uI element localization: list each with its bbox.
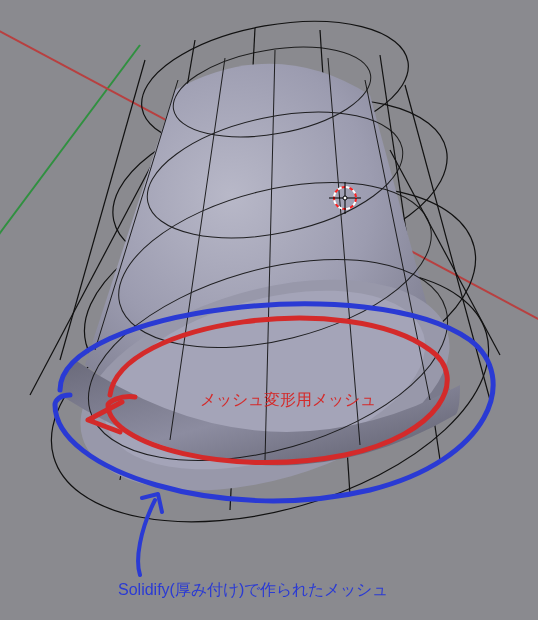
- svg-point-27: [343, 196, 347, 200]
- viewport-3d[interactable]: メッシュ変形用メッシュ Solidify(厚み付け)で作られたメッシュ: [0, 0, 538, 620]
- scene-svg: [0, 0, 538, 620]
